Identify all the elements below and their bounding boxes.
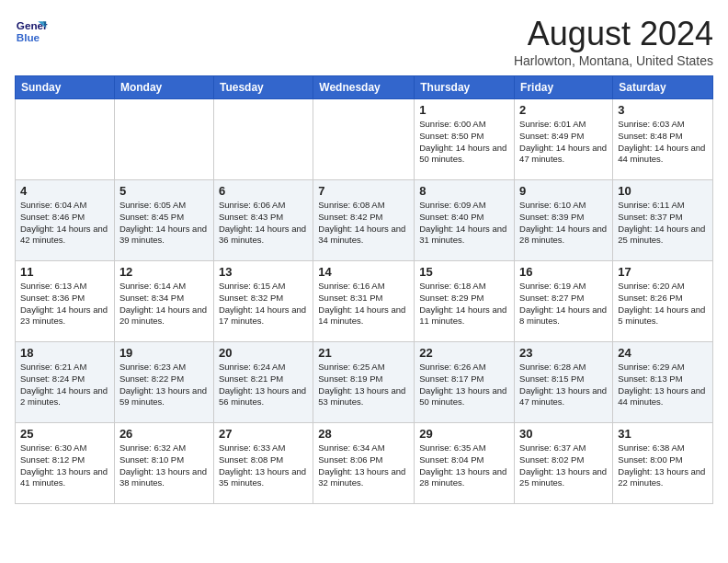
cell-info: Sunrise: 6:06 AM Sunset: 8:43 PM Dayligh…: [219, 200, 308, 247]
calendar-cell: 23Sunrise: 6:28 AM Sunset: 8:15 PM Dayli…: [515, 342, 613, 423]
cell-info: Sunrise: 6:35 AM Sunset: 8:04 PM Dayligh…: [419, 442, 509, 489]
day-number: 5: [119, 184, 209, 198]
calendar-cell: 17Sunrise: 6:20 AM Sunset: 8:26 PM Dayli…: [613, 261, 713, 342]
cell-info: Sunrise: 6:33 AM Sunset: 8:08 PM Dayligh…: [219, 442, 308, 489]
month-year-title: August 2024: [514, 15, 713, 53]
day-of-week-header: Thursday: [415, 76, 515, 99]
calendar-cell: 7Sunrise: 6:08 AM Sunset: 8:42 PM Daylig…: [313, 180, 415, 261]
calendar-week-row: 25Sunrise: 6:30 AM Sunset: 8:12 PM Dayli…: [16, 423, 713, 504]
calendar-week-row: 1Sunrise: 6:00 AM Sunset: 8:50 PM Daylig…: [16, 99, 713, 180]
day-of-week-header: Wednesday: [313, 76, 415, 99]
cell-info: Sunrise: 6:20 AM Sunset: 8:26 PM Dayligh…: [618, 281, 708, 327]
day-of-week-header: Saturday: [613, 76, 713, 99]
day-number: 12: [119, 265, 209, 279]
calendar-cell: 30Sunrise: 6:37 AM Sunset: 8:02 PM Dayli…: [515, 423, 613, 504]
calendar-cell: 29Sunrise: 6:35 AM Sunset: 8:04 PM Dayli…: [415, 423, 515, 504]
day-number: 10: [618, 184, 708, 198]
cell-info: Sunrise: 6:28 AM Sunset: 8:15 PM Dayligh…: [519, 362, 608, 408]
calendar-cell: 4Sunrise: 6:04 AM Sunset: 8:46 PM Daylig…: [16, 180, 115, 261]
calendar-cell: [313, 99, 415, 180]
calendar-cell: 28Sunrise: 6:34 AM Sunset: 8:06 PM Dayli…: [313, 423, 415, 504]
day-number: 30: [519, 427, 608, 441]
calendar-cell: 24Sunrise: 6:29 AM Sunset: 8:13 PM Dayli…: [613, 342, 713, 423]
logo-icon: General Blue: [15, 15, 48, 48]
day-of-week-header: Friday: [515, 76, 613, 99]
day-of-week-header: Tuesday: [213, 76, 313, 99]
calendar-cell: 5Sunrise: 6:05 AM Sunset: 8:45 PM Daylig…: [114, 180, 213, 261]
day-number: 15: [419, 265, 509, 279]
day-number: 22: [419, 346, 509, 360]
calendar-week-row: 11Sunrise: 6:13 AM Sunset: 8:36 PM Dayli…: [16, 261, 713, 342]
cell-info: Sunrise: 6:37 AM Sunset: 8:02 PM Dayligh…: [519, 442, 608, 489]
calendar-cell: 18Sunrise: 6:21 AM Sunset: 8:24 PM Dayli…: [16, 342, 115, 423]
calendar-cell: 21Sunrise: 6:25 AM Sunset: 8:19 PM Dayli…: [313, 342, 415, 423]
cell-info: Sunrise: 6:29 AM Sunset: 8:13 PM Dayligh…: [618, 362, 708, 408]
calendar-cell: 31Sunrise: 6:38 AM Sunset: 8:00 PM Dayli…: [613, 423, 713, 504]
calendar-cell: 12Sunrise: 6:14 AM Sunset: 8:34 PM Dayli…: [114, 261, 213, 342]
day-number: 3: [618, 103, 708, 117]
cell-info: Sunrise: 6:24 AM Sunset: 8:21 PM Dayligh…: [219, 362, 308, 408]
cell-info: Sunrise: 6:00 AM Sunset: 8:50 PM Dayligh…: [419, 119, 509, 166]
day-number: 2: [519, 103, 608, 117]
cell-info: Sunrise: 6:26 AM Sunset: 8:17 PM Dayligh…: [419, 362, 509, 408]
cell-info: Sunrise: 6:13 AM Sunset: 8:36 PM Dayligh…: [20, 281, 109, 327]
calendar-cell: 10Sunrise: 6:11 AM Sunset: 8:37 PM Dayli…: [613, 180, 713, 261]
day-number: 27: [219, 427, 308, 441]
cell-info: Sunrise: 6:15 AM Sunset: 8:32 PM Dayligh…: [219, 281, 308, 327]
day-number: 6: [219, 184, 308, 198]
calendar-cell: 26Sunrise: 6:32 AM Sunset: 8:10 PM Dayli…: [114, 423, 213, 504]
title-area: August 2024 Harlowton, Montana, United S…: [514, 15, 713, 68]
cell-info: Sunrise: 6:16 AM Sunset: 8:31 PM Dayligh…: [318, 281, 409, 327]
day-number: 21: [318, 346, 409, 360]
day-number: 17: [618, 265, 708, 279]
cell-info: Sunrise: 6:23 AM Sunset: 8:22 PM Dayligh…: [119, 362, 209, 408]
svg-text:Blue: Blue: [17, 31, 40, 43]
calendar-cell: 13Sunrise: 6:15 AM Sunset: 8:32 PM Dayli…: [213, 261, 313, 342]
calendar-cell: 9Sunrise: 6:10 AM Sunset: 8:39 PM Daylig…: [515, 180, 613, 261]
day-number: 19: [119, 346, 209, 360]
day-number: 28: [318, 427, 409, 441]
day-number: 26: [119, 427, 209, 441]
cell-info: Sunrise: 6:18 AM Sunset: 8:29 PM Dayligh…: [419, 281, 509, 327]
calendar-cell: 2Sunrise: 6:01 AM Sunset: 8:49 PM Daylig…: [515, 99, 613, 180]
calendar-cell: 3Sunrise: 6:03 AM Sunset: 8:48 PM Daylig…: [613, 99, 713, 180]
day-number: 8: [419, 184, 509, 198]
day-number: 14: [318, 265, 409, 279]
cell-info: Sunrise: 6:05 AM Sunset: 8:45 PM Dayligh…: [119, 200, 209, 247]
location-text: Harlowton, Montana, United States: [514, 53, 713, 68]
calendar-cell: 19Sunrise: 6:23 AM Sunset: 8:22 PM Dayli…: [114, 342, 213, 423]
day-number: 29: [419, 427, 509, 441]
calendar-cell: 1Sunrise: 6:00 AM Sunset: 8:50 PM Daylig…: [415, 99, 515, 180]
day-of-week-header: Sunday: [16, 76, 115, 99]
cell-info: Sunrise: 6:03 AM Sunset: 8:48 PM Dayligh…: [618, 119, 708, 166]
day-number: 4: [20, 184, 109, 198]
calendar-table: SundayMondayTuesdayWednesdayThursdayFrid…: [15, 75, 713, 504]
calendar-cell: 15Sunrise: 6:18 AM Sunset: 8:29 PM Dayli…: [415, 261, 515, 342]
calendar-cell: 27Sunrise: 6:33 AM Sunset: 8:08 PM Dayli…: [213, 423, 313, 504]
day-number: 1: [419, 103, 509, 117]
calendar-cell: 25Sunrise: 6:30 AM Sunset: 8:12 PM Dayli…: [16, 423, 115, 504]
calendar-cell: 20Sunrise: 6:24 AM Sunset: 8:21 PM Dayli…: [213, 342, 313, 423]
calendar-week-row: 18Sunrise: 6:21 AM Sunset: 8:24 PM Dayli…: [16, 342, 713, 423]
calendar-header-row: SundayMondayTuesdayWednesdayThursdayFrid…: [16, 76, 713, 99]
day-number: 24: [618, 346, 708, 360]
day-number: 18: [20, 346, 109, 360]
cell-info: Sunrise: 6:38 AM Sunset: 8:00 PM Dayligh…: [618, 442, 708, 489]
day-number: 16: [519, 265, 608, 279]
day-number: 25: [20, 427, 109, 441]
cell-info: Sunrise: 6:09 AM Sunset: 8:40 PM Dayligh…: [419, 200, 509, 247]
logo: General Blue: [15, 15, 48, 48]
cell-info: Sunrise: 6:25 AM Sunset: 8:19 PM Dayligh…: [318, 362, 409, 408]
cell-info: Sunrise: 6:10 AM Sunset: 8:39 PM Dayligh…: [519, 200, 608, 247]
cell-info: Sunrise: 6:34 AM Sunset: 8:06 PM Dayligh…: [318, 442, 409, 489]
calendar-cell: 8Sunrise: 6:09 AM Sunset: 8:40 PM Daylig…: [415, 180, 515, 261]
calendar-cell: 16Sunrise: 6:19 AM Sunset: 8:27 PM Dayli…: [515, 261, 613, 342]
day-of-week-header: Monday: [114, 76, 213, 99]
day-number: 9: [519, 184, 608, 198]
day-number: 20: [219, 346, 308, 360]
calendar-cell: 14Sunrise: 6:16 AM Sunset: 8:31 PM Dayli…: [313, 261, 415, 342]
day-number: 23: [519, 346, 608, 360]
calendar-cell: 11Sunrise: 6:13 AM Sunset: 8:36 PM Dayli…: [16, 261, 115, 342]
cell-info: Sunrise: 6:04 AM Sunset: 8:46 PM Dayligh…: [20, 200, 109, 247]
calendar-week-row: 4Sunrise: 6:04 AM Sunset: 8:46 PM Daylig…: [16, 180, 713, 261]
